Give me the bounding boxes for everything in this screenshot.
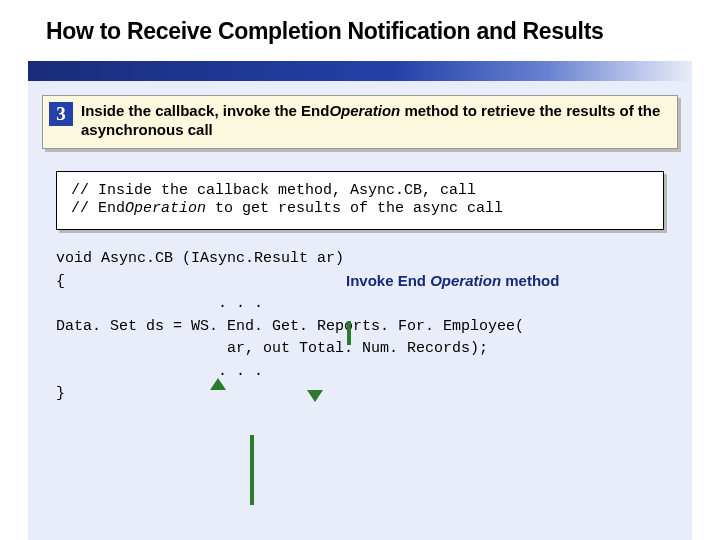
code-top-l2b: to get results of the async call <box>206 200 503 217</box>
code-l3: . . . <box>56 295 263 312</box>
arrow-down-icon <box>313 276 385 447</box>
step-text-italic: Operation <box>329 102 400 119</box>
code-l1: void Async.CB (IAsync.Result ar) <box>56 250 344 267</box>
slide-title: How to Receive Completion Notification a… <box>28 18 692 45</box>
code-l7: } <box>56 385 65 402</box>
step-text: Inside the callback, invoke the EndOpera… <box>81 102 667 140</box>
step-box: 3 Inside the callback, invoke the EndOpe… <box>42 95 678 149</box>
code-l4: Data. Set ds = WS. End. Get. Reports. Fo… <box>56 318 524 335</box>
annot-top-b: method <box>501 272 559 289</box>
step-text-before: Inside the callback, invoke the End <box>81 102 329 119</box>
step-number: 3 <box>49 102 73 126</box>
code-top-l2it: Operation <box>125 200 206 217</box>
gradient-bar <box>28 61 692 81</box>
slide: How to Receive Completion Notification a… <box>0 0 720 540</box>
code-l2: { <box>56 273 65 290</box>
code-main-block: void Async.CB (IAsync.Result ar) { . . .… <box>56 248 664 540</box>
body-area: 3 Inside the callback, invoke the EndOpe… <box>28 81 692 540</box>
code-comment-box: // Inside the callback method, Async.CB,… <box>56 171 664 231</box>
code-top-l1: // Inside the callback method, Async.CB,… <box>71 182 476 199</box>
annot-top-it: Operation <box>426 272 501 289</box>
code-top-l2a: // End <box>71 200 125 217</box>
arrow-up-icon <box>216 333 288 540</box>
